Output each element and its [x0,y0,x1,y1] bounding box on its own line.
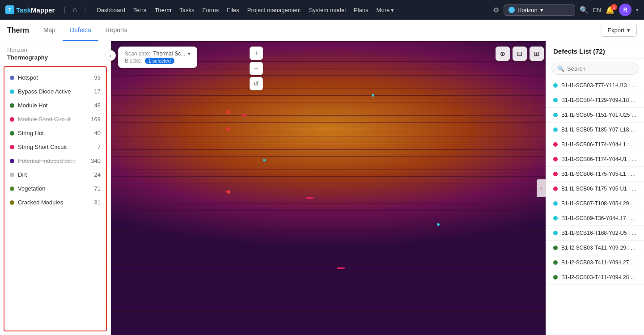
defect-list-dot [553,98,558,102]
defect-list-item[interactable]: B1-I1-SCB06-T175-Y05-U1 : S... [546,182,644,196]
zoom-out-button[interactable]: − [250,62,263,75]
defect-type-item[interactable]: Hotspot 93 [4,71,106,85]
defect-list-item[interactable]: B1-I1-SCB16-T168-Y02-U5 : B... [546,226,644,241]
defect-list-item[interactable]: B1-I1-SCB06-T175-Y05-L1 : S... [546,167,644,182]
defect-list-item[interactable]: B1-I2-SCB03-T411-Y09-L28 : ... [546,270,644,285]
defect-list-label: B1-I1-SCB07-T108-Y05-L29 : ... [561,200,637,207]
zoom-in-button[interactable]: + [250,47,263,60]
defect-list-item[interactable]: B1-I1-SCB05-T185-Y07-L18 : ... [546,123,644,137]
blocks-value[interactable]: 1 selected [145,58,174,64]
location-icon-button[interactable]: ⊕ [496,47,510,61]
scan-info-panel: Scan date: Thermal-Sc... ▾ Blocks: 1 sel… [118,47,197,68]
map-area[interactable]: Scan date: Thermal-Sc... ▾ Blocks: 1 sel… [111,41,546,335]
defect-dot [10,89,14,94]
defect-dot [10,117,14,122]
reset-view-button[interactable]: ↺ [250,77,263,90]
user-avatar[interactable]: R [619,4,631,16]
nav-files[interactable]: Files [223,5,242,15]
panel-line [111,176,546,177]
nav-system-model[interactable]: System model [305,5,349,15]
defect-list-dot [553,157,558,161]
panel-line [111,230,546,231]
defect-list-item[interactable]: B1-I1-SCB09-T36-Y04-L17 : B... [546,211,644,226]
defect-type-item[interactable]: Vegetation 71 [4,182,106,195]
defect-type-item[interactable]: Cracked Modules 31 [4,195,106,209]
defect-type-item[interactable]: Module Short Circuit 169 [4,112,106,126]
defect-list-dot [553,201,558,206]
tab-reports[interactable]: Reports [98,20,135,41]
workspace-selector[interactable]: Horizon ▾ [504,4,575,16]
notifications-button[interactable]: 🔔 1 [606,6,614,14]
defect-dot [10,159,14,163]
defect-list-label: B1-I1-SCB06-T175-Y05-L1 : S... [561,171,637,177]
defects-list-title: Defects List (72) [553,47,637,55]
defect-type-item[interactable]: Bypass Diode Active 17 [4,85,106,98]
defect-name: String Short Circuit [18,144,94,150]
scan-date-dropdown[interactable]: ▾ [188,51,191,57]
page-title: Therm [7,26,29,34]
defect-list-dot [553,83,558,88]
avatar-chevron[interactable]: ▾ [636,7,639,13]
blocks-row: Blocks: 1 selected [125,58,191,64]
defect-dot [10,131,14,136]
defect-list-item[interactable]: B1-I1-SCB06-T174-Y04-L1 : S... [546,137,644,152]
nav-more[interactable]: More ▾ [373,5,398,15]
panel-line [111,75,546,76]
defect-list-item[interactable]: B1-I1-SCB07-T108-Y05-L29 : ... [546,196,644,211]
defect-dot [10,103,14,108]
map-marker-3 [337,267,345,269]
defect-type-item[interactable]: String Hot 40 [4,126,106,140]
defect-list-item[interactable]: B1-I2-SCB03-T411-Y09-29 : M... [546,241,644,255]
secondary-navigation: Therm Map Defects Reports Export ▾ [0,20,644,41]
defect-list-item[interactable]: B1-I1-SCB03-T77-Y11-U13 : B... [546,78,644,93]
defect-count: 340 [91,157,101,164]
nav-tasks[interactable]: Tasks [176,5,198,15]
defect-name: Vegetation [18,185,91,192]
home-icon[interactable]: ⌂ [71,4,79,16]
panel-line [111,264,546,265]
defect-list-item[interactable]: B1-I1-SCB05-T151-Y01-U25 : ... [546,108,644,123]
nav-project-management[interactable]: Project management [244,5,305,15]
nav-plans[interactable]: Plans [350,5,372,15]
defects-search-input[interactable] [567,65,633,72]
sidebar-collapse-button[interactable]: ‹ [105,50,116,61]
defect-list-item[interactable]: B1-I2-SCB03-T411-Y09-L27 : ... [546,255,644,270]
defect-list-item[interactable]: B1-I1-SCB04-T129-Y09-L18 : ... [546,93,644,108]
panel-line [111,204,546,204]
defect-list-label: B1-I1-SCB06-T174-Y04-U1 : S... [561,156,637,162]
panel-line [111,163,546,163]
defect-list-dot [553,172,558,176]
defect-dot [10,200,14,205]
defect-count: 31 [94,199,101,206]
panel-line [111,183,546,183]
map-nav-right[interactable]: › [537,179,546,197]
export-button[interactable]: Export ▾ [601,24,637,37]
tab-map[interactable]: Map [36,20,63,41]
app-logo[interactable]: T TaskMapper [5,5,55,14]
nav-therm[interactable]: Therm [151,5,175,15]
nav-terra[interactable]: Terra [130,5,150,15]
defect-type-item[interactable]: Dirt 24 [4,168,106,182]
expand-icon-button[interactable]: ⊞ [530,47,544,61]
global-search-icon[interactable]: 🔍 [580,6,589,14]
tab-defects[interactable]: Defects [63,20,98,41]
settings-icon[interactable]: ⚙ [493,6,499,14]
defect-dot [10,145,14,149]
filter-icon-button[interactable]: ⊟ [513,47,527,61]
defect-type-item[interactable]: Module Hot 48 [4,98,106,112]
panel-line [111,311,546,312]
thermal-map-image [111,41,546,335]
defect-type-item[interactable]: String Short Circuit 7 [4,140,106,154]
map-marker-1 [242,114,247,116]
defect-list-item[interactable]: B1-I1-SCB06-T174-Y04-U1 : S... [546,152,644,167]
defect-type-item[interactable]: Potential-induced de... 340 [4,154,106,168]
panel-line [111,136,546,136]
nav-dashboard[interactable]: Dashboard [93,5,129,15]
defect-name: Module Hot [18,102,91,109]
defects-search-box[interactable]: 🔍 [551,63,639,75]
panel-line [111,95,546,96]
nav-forms[interactable]: Forms [199,5,222,15]
map-top-icons: ⊕ ⊟ ⊞ [496,47,544,61]
language-selector[interactable]: EN [593,7,601,13]
panel-line [111,82,546,82]
